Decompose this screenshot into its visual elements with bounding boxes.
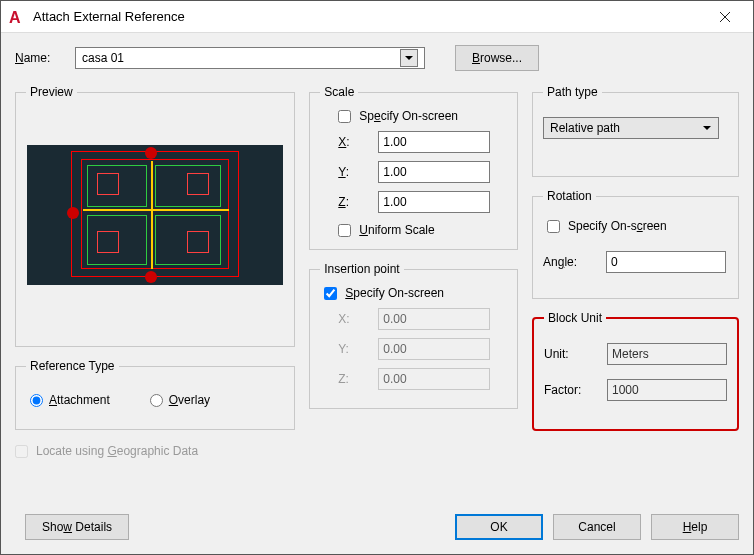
titlebar: A Attach External Reference	[1, 1, 753, 33]
path-type-value: Relative path	[550, 121, 620, 135]
angle-input[interactable]	[606, 251, 726, 273]
browse-button[interactable]: Browse...	[455, 45, 539, 71]
scale-specify-checkbox[interactable]	[338, 110, 351, 123]
dialog-content: Name: casa 01 Browse... Preview	[1, 33, 753, 554]
scale-x-label: X:	[338, 135, 370, 149]
window-title: Attach External Reference	[33, 9, 705, 24]
factor-label: Factor:	[544, 383, 599, 397]
ok-button[interactable]: OK	[455, 514, 543, 540]
angle-label: Angle:	[543, 255, 598, 269]
insertion-group: Insertion point Specify On-screen X: Y: …	[309, 262, 518, 409]
scale-x-input[interactable]	[378, 131, 490, 153]
insertion-x-input	[378, 308, 490, 330]
name-select[interactable]: casa 01	[75, 47, 425, 69]
cancel-button[interactable]: Cancel	[553, 514, 641, 540]
uniform-scale-label: Uniform Scale	[359, 223, 434, 237]
insertion-z-input	[378, 368, 490, 390]
insertion-legend: Insertion point	[320, 262, 403, 276]
preview-legend: Preview	[26, 85, 77, 99]
preview-group: Preview	[15, 85, 295, 347]
name-label: Name:	[15, 51, 65, 65]
app-icon: A	[9, 9, 25, 25]
rotation-legend: Rotation	[543, 189, 596, 203]
help-button[interactable]: Help	[651, 514, 739, 540]
show-details-button[interactable]: Show Details	[25, 514, 129, 540]
block-unit-legend: Block Unit	[544, 311, 606, 325]
overlay-radio-input[interactable]	[150, 394, 163, 407]
scale-legend: Scale	[320, 85, 358, 99]
unit-value	[607, 343, 727, 365]
name-value: casa 01	[82, 51, 124, 65]
bottom-buttons: Show Details OK Cancel Help	[15, 514, 739, 540]
insertion-y-input	[378, 338, 490, 360]
locate-geo-label: Locate using Geographic Data	[36, 444, 198, 458]
chevron-down-icon[interactable]	[698, 119, 716, 137]
uniform-scale-checkbox[interactable]	[338, 224, 351, 237]
rotation-specify-label: Specify On-screen	[568, 219, 667, 233]
scale-group: Scale Specify On-screen X: Y: Z:	[309, 85, 518, 250]
block-unit-group: Block Unit Unit: Factor:	[532, 311, 739, 431]
scale-z-input[interactable]	[378, 191, 490, 213]
insertion-y-label: Y:	[338, 342, 370, 356]
attachment-radio[interactable]: Attachment	[30, 393, 110, 407]
rotation-specify-checkbox[interactable]	[547, 220, 560, 233]
locate-geo-row: Locate using Geographic Data	[15, 442, 295, 466]
insertion-z-label: Z:	[338, 372, 370, 386]
insertion-specify-checkbox[interactable]	[324, 287, 337, 300]
unit-label: Unit:	[544, 347, 599, 361]
scale-z-label: Z:	[338, 195, 370, 209]
locate-geo-checkbox	[15, 445, 28, 458]
rotation-group: Rotation Specify On-screen Angle:	[532, 189, 739, 299]
path-type-group: Path type Relative path	[532, 85, 739, 177]
scale-specify-label: Specify On-screen	[359, 109, 458, 123]
preview-canvas	[27, 145, 283, 285]
scale-y-input[interactable]	[378, 161, 490, 183]
path-type-select[interactable]: Relative path	[543, 117, 719, 139]
chevron-down-icon[interactable]	[400, 49, 418, 67]
path-type-legend: Path type	[543, 85, 602, 99]
scale-y-label: Y:	[338, 165, 370, 179]
factor-value	[607, 379, 727, 401]
insertion-x-label: X:	[338, 312, 370, 326]
attachment-radio-input[interactable]	[30, 394, 43, 407]
insertion-specify-label: Specify On-screen	[345, 286, 444, 300]
name-row: Name: casa 01 Browse...	[15, 45, 739, 71]
reference-type-legend: Reference Type	[26, 359, 119, 373]
close-button[interactable]	[705, 1, 745, 33]
overlay-radio[interactable]: Overlay	[150, 393, 210, 407]
reference-type-group: Reference Type Attachment Overlay	[15, 359, 295, 430]
